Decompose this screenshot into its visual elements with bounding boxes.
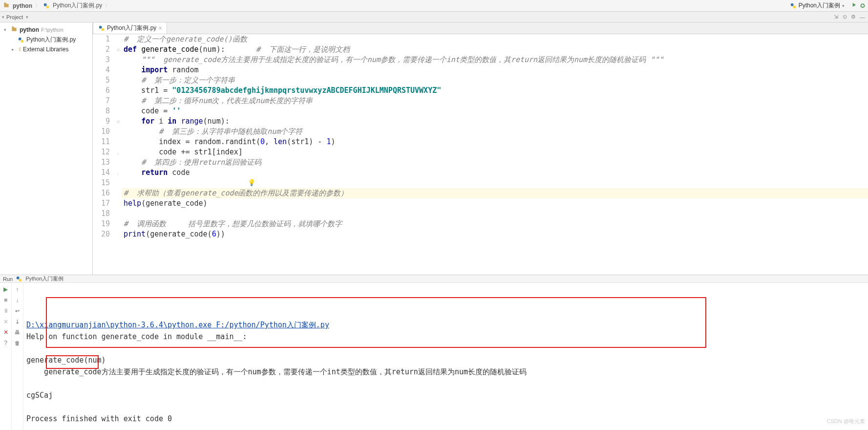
settings-icon[interactable]: ⚙ (849, 13, 857, 21)
run-config-selector[interactable]: Python入门案例 ▾ (787, 1, 847, 10)
chevron-right-icon: 〉 (35, 2, 40, 9)
up-icon[interactable]: ↑ (13, 285, 22, 294)
close-icon[interactable]: ✕ (1, 328, 10, 337)
chevron-down-icon[interactable]: ▾ (26, 15, 28, 20)
svg-point-5 (21, 40, 23, 43)
tree-file-item[interactable]: Python入门案例.py (0, 35, 92, 45)
print-icon[interactable]: 🖶 (13, 328, 22, 337)
watermark: CSDN @唯元素 (827, 418, 865, 425)
console-line: Help on function generate_code in module… (26, 332, 247, 341)
chevron-down-icon: ▾ (842, 3, 845, 8)
console-line: generate_code方法主要用于生成指定长度的验证码，有一个num参数，需… (26, 367, 527, 376)
svg-point-9 (19, 279, 22, 281)
run-config-label: Python入门案例 (799, 1, 840, 10)
rerun-icon[interactable]: ▶ (1, 285, 10, 294)
tree-external-libs[interactable]: ▸ ⫴ External Libraries (0, 45, 92, 54)
editor-tabs: Python入门案例.py × (93, 22, 868, 34)
intention-bulb-icon[interactable]: 💡 (248, 177, 255, 188)
svg-point-6 (99, 25, 102, 28)
hide-icon[interactable]: — (858, 13, 866, 21)
console-line: Process finished with exit code 0 (26, 414, 172, 423)
run-output-toolbar: ↑ ↓ ↩ ⤓ 🖶 🗑 (12, 283, 23, 430)
navigation-bar: python 〉 Python入门案例.py 〉 Python入门案例 ▾ ✪ (0, 0, 868, 12)
tree-file-label: Python入门案例.py (26, 36, 76, 44)
python-file-icon (43, 2, 50, 9)
libraries-icon: ⫴ (19, 46, 21, 53)
run-left-toolbar: ▶ ■ ⏸ ⤫ ✕ ? (0, 283, 12, 430)
chevron-right-icon: 〉 (105, 2, 110, 9)
breadcrumb: python 〉 Python入门案例.py 〉 (3, 1, 784, 10)
editor-tab-label: Python入门案例.py (107, 24, 156, 32)
scroll-to-end-icon[interactable]: ⤓ (13, 317, 22, 326)
down-icon[interactable]: ↓ (13, 296, 22, 304)
soft-wrap-icon[interactable]: ↩ (13, 306, 22, 315)
run-tool-header: Run Python入门案例 (0, 275, 868, 283)
locate-icon[interactable]: ⊙ (841, 13, 848, 21)
python-file-icon (18, 37, 24, 43)
folder-icon (11, 25, 18, 34)
clear-icon[interactable]: 🗑 (13, 339, 22, 347)
chevron-down-icon[interactable]: ▾ (2, 15, 4, 20)
tool-window-bar: ▾ Project ▾ ⇲ ⊙ ⚙ — (0, 12, 868, 22)
collapse-all-icon[interactable]: ⇲ (832, 13, 840, 21)
svg-point-7 (101, 28, 104, 31)
tree-root-path: F:\python (41, 27, 64, 33)
line-number-gutter: 1234567891011121314151617181920 (93, 34, 115, 275)
svg-point-2 (790, 3, 793, 6)
fold-gutter[interactable]: ⊟⊟⌞⌞ (115, 34, 122, 275)
run-tool-window: Run Python入门案例 ▶ ■ ⏸ ⤫ ✕ ? ↑ ↓ ↩ ⤓ 🖶 🗑 D… (0, 275, 868, 392)
svg-point-8 (17, 276, 20, 279)
console-output[interactable]: D:\xiangmuruanjian\python-3.6.4\python.e… (23, 283, 868, 430)
python-file-icon (790, 2, 797, 9)
code-editor[interactable]: 1234567891011121314151617181920 ⊟⊟⌞⌞ # 定… (93, 34, 868, 275)
tree-root-label: python (20, 26, 39, 33)
folder-icon (3, 1, 10, 10)
run-header-name: Python入门案例 (25, 275, 64, 282)
close-icon[interactable]: × (158, 25, 162, 32)
breadcrumb-file[interactable]: Python入门案例.py (53, 1, 102, 10)
expand-toggle-icon[interactable]: ▸ (12, 47, 17, 52)
project-tree[interactable]: ▾ python F:\python Python入门案例.py ▸ ⫴ Ext… (0, 22, 93, 275)
pause-icon[interactable]: ⏸ (1, 306, 10, 315)
svg-point-4 (19, 37, 21, 40)
help-icon[interactable]: ? (1, 339, 10, 347)
tool-window-title[interactable]: Project (6, 14, 23, 20)
svg-point-0 (44, 3, 47, 6)
breadcrumb-root[interactable]: python (13, 2, 32, 9)
console-line: cgSCaj (26, 391, 53, 400)
console-command[interactable]: D:\xiangmuruanjian\python-3.6.4\python.e… (26, 321, 329, 329)
python-file-icon (98, 25, 105, 32)
expand-toggle-icon[interactable]: ▾ (4, 27, 9, 32)
editor-tab[interactable]: Python入门案例.py × (93, 22, 167, 34)
tree-libs-label: External Libraries (23, 46, 68, 53)
run-header-label: Run (3, 276, 13, 282)
svg-point-3 (793, 5, 796, 8)
stop-icon[interactable]: ■ (1, 296, 10, 304)
debug-button[interactable]: ✪ (860, 2, 865, 9)
console-line: generate_code(num) (26, 356, 106, 365)
run-button[interactable] (850, 1, 857, 10)
exit-icon[interactable]: ⤫ (1, 317, 10, 326)
tree-root[interactable]: ▾ python F:\python (0, 24, 92, 35)
svg-point-1 (46, 5, 49, 8)
python-file-icon (16, 276, 22, 282)
code-area[interactable]: # 定义一个generate_code()函数def generate_code… (122, 34, 868, 275)
